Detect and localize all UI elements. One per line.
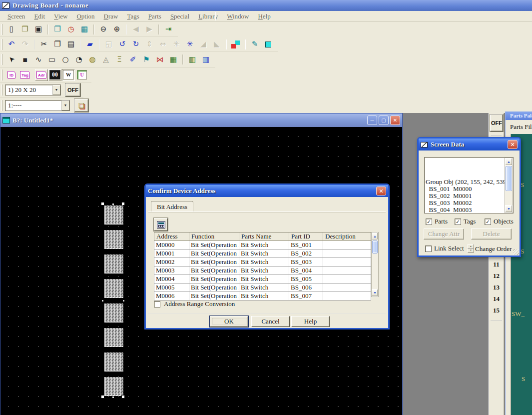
flip-horizontal-icon[interactable]: ⇔ [156, 38, 169, 50]
parts-file-label[interactable]: Parts File [506, 120, 532, 134]
alarm-clock-icon[interactable]: ◷ [64, 24, 77, 36]
adr-tag-icon[interactable]: Adr [35, 69, 48, 81]
menu-item[interactable]: Help [253, 12, 275, 22]
state-number[interactable]: 15 [489, 306, 504, 318]
cell-description[interactable] [323, 292, 371, 300]
column-header[interactable]: Parts Name [239, 232, 289, 241]
cell-address[interactable]: M0000 [154, 241, 189, 250]
cell-description[interactable] [323, 250, 371, 258]
paste-icon[interactable]: ▤ [64, 38, 77, 50]
cell-function[interactable]: Bit Set(Operation ... [189, 275, 239, 284]
flip-vertical-icon[interactable]: ⇕ [143, 38, 156, 50]
tab-bit-address[interactable]: Bit Address [151, 201, 193, 212]
table-row[interactable]: M0006 Bit Set(Operation ... Bit Switch B… [154, 292, 371, 300]
selection-handle[interactable] [102, 300, 103, 302]
scroll-thumb[interactable] [372, 240, 378, 254]
list-item[interactable]: BS_004 M0003 [426, 206, 505, 213]
resize-grip[interactable] [513, 249, 519, 255]
close-icon[interactable]: ✕ [376, 186, 386, 196]
cell-parts-name[interactable]: Bit Switch [239, 292, 289, 300]
checkbox-checked[interactable]: ✓ [485, 218, 491, 225]
screen-data-items[interactable]: Group Obj (202, 155, 242, 539 BS_001 M00… [425, 158, 505, 213]
cell-function[interactable]: Bit Set(Operation ... [189, 250, 239, 258]
selection-handle[interactable] [121, 395, 125, 398]
zoom-in-icon[interactable]: ⊕ [110, 24, 123, 36]
cell-function[interactable]: Bit Set(Operation ... [189, 241, 239, 250]
dialog-title-bar[interactable]: Confirm Device Address ✕ [146, 185, 388, 197]
list-item[interactable]: Group Obj (202, 155, 242, 539 [426, 178, 505, 186]
cell-function[interactable]: Bit Set(Operation ... [189, 266, 239, 275]
zoom-out-icon[interactable]: ⊖ [97, 24, 110, 36]
scale-combo[interactable]: 1) 20 X 20 ▼ [5, 84, 61, 96]
scroll-down-icon[interactable]: ▼ [505, 205, 513, 212]
cut-icon[interactable]: ✂ [37, 38, 50, 50]
column-header[interactable]: Part ID [289, 232, 323, 241]
tags-checkbox[interactable]: ✓ Tags [455, 218, 476, 226]
rotate-left-icon[interactable]: ↺ [116, 38, 129, 50]
cell-address[interactable]: M0004 [154, 275, 189, 284]
bit-switch-part[interactable] [104, 206, 123, 224]
cyan-square-icon[interactable] [262, 38, 275, 50]
back-icon[interactable]: ◀ [129, 24, 142, 36]
pie-tool-icon[interactable]: ◔ [72, 54, 85, 66]
state-number[interactable]: 14 [489, 295, 504, 306]
id-tag-icon[interactable]: ID [5, 69, 18, 81]
open-file-icon[interactable]: ❒ [18, 24, 31, 36]
cell-part-id[interactable]: BS_004 [289, 266, 323, 275]
scrollbar[interactable]: ▲ ▼ [505, 158, 513, 213]
chevron-down-icon[interactable]: ▼ [61, 100, 69, 110]
save-icon[interactable]: ▣ [32, 24, 45, 36]
bit-switch-part[interactable] [104, 352, 123, 372]
list-item[interactable]: BS_001 M0000 [426, 186, 505, 192]
table-row[interactable]: M0000 Bit Set(Operation ... Bit Switch B… [154, 241, 371, 250]
column-header[interactable]: Description [323, 232, 371, 241]
cell-part-id[interactable]: BS_003 [289, 258, 323, 266]
table-row[interactable]: M0001 Bit Set(Operation ... Bit Switch B… [154, 250, 371, 258]
screen-list-button[interactable]: ❏ [74, 99, 88, 112]
cell-function[interactable]: Bit Set(Operation ... [189, 284, 239, 292]
maximize-button[interactable]: ▢ [379, 116, 389, 125]
cell-function[interactable]: Bit Set(Operation ... [189, 258, 239, 266]
table-row[interactable]: M0002 Bit Set(Operation ... Bit Switch B… [154, 258, 371, 266]
select-tool-icon[interactable]: ➤ [5, 54, 18, 66]
box3d-blue-icon[interactable]: ▥ [199, 54, 212, 66]
fill-tool-icon[interactable]: ◍ [86, 54, 99, 66]
scroll-down-icon[interactable]: ▼ [372, 289, 378, 296]
menu-item[interactable]: Parts [144, 12, 166, 22]
tag-tag-icon[interactable]: Tag [18, 69, 31, 81]
checkbox-checked[interactable]: ✓ [455, 218, 461, 225]
cell-address[interactable]: M0005 [154, 284, 189, 292]
change-attr-button[interactable]: Change Attr [424, 228, 464, 240]
bit-switch-part[interactable] [104, 304, 123, 322]
cell-function[interactable]: Bit Set(Operation ... [189, 292, 239, 300]
label-tool-icon[interactable]: ⚑ [140, 54, 153, 66]
chevron-down-icon[interactable]: ▼ [52, 85, 60, 95]
selection-handle[interactable] [101, 202, 104, 206]
address-range-conversion-checkbox[interactable]: Address Range Conversion [154, 300, 235, 308]
menu-item[interactable]: Edit [29, 12, 49, 22]
skew-left-icon[interactable]: ◢ [197, 38, 210, 50]
state-off-button[interactable]: OFF [65, 84, 80, 96]
state-bars-icon[interactable]: 00 [48, 69, 61, 81]
rectangle-tool-icon[interactable]: ▭ [45, 54, 58, 66]
cell-parts-name[interactable]: Bit Switch [239, 241, 289, 250]
bit-switch-part[interactable] [104, 377, 123, 396]
menu-item[interactable]: Screen [3, 12, 29, 22]
selection-handle[interactable] [112, 204, 114, 205]
cell-description[interactable] [323, 266, 371, 275]
bit-switch-part[interactable] [104, 328, 123, 347]
minimize-button[interactable]: — [367, 116, 377, 125]
list-item[interactable]: BS_003 M0002 [426, 200, 505, 206]
close-button[interactable]: ✕ [390, 116, 400, 125]
place-parts-icon[interactable] [229, 38, 242, 50]
menu-item[interactable]: Option [72, 12, 99, 22]
table-row[interactable]: M0004 Bit Set(Operation ... Bit Switch B… [154, 275, 371, 284]
list-item[interactable]: BS_002 M0001 [426, 192, 505, 200]
bowtie-tool-icon[interactable]: ⋈ [153, 54, 166, 66]
w-state-icon[interactable]: W [62, 69, 75, 81]
cell-parts-name[interactable]: Bit Switch [239, 250, 289, 258]
menu-item[interactable]: View [49, 12, 72, 22]
cell-description[interactable] [323, 275, 371, 284]
scroll-up-icon[interactable]: ▲ [505, 158, 513, 166]
cell-description[interactable] [323, 241, 371, 250]
